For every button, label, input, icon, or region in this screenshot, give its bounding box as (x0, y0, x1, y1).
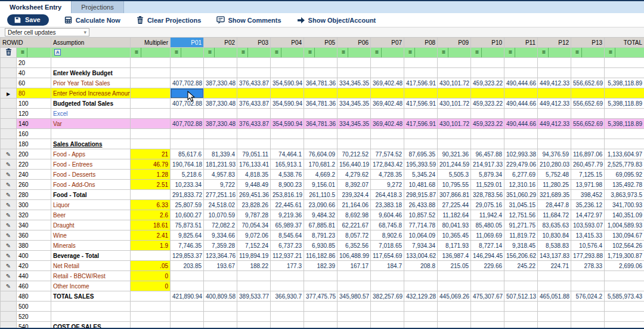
period-cell-p10[interactable] (471, 312, 504, 322)
column-header-p03[interactable]: P03 (237, 38, 271, 48)
total-cell[interactable]: 2,699.06 (605, 261, 644, 271)
period-cell-p10[interactable]: 459,323.22 (471, 119, 504, 129)
period-cell-p11[interactable] (504, 129, 538, 139)
period-cell-p06[interactable] (338, 129, 371, 139)
period-cell-p07[interactable] (371, 312, 404, 322)
period-cell-p01[interactable]: 10,233.34 (171, 180, 204, 190)
period-cell-p12[interactable] (538, 312, 571, 322)
multiplier-cell[interactable]: .05 (131, 261, 171, 271)
period-cell-p07[interactable]: 117,654.69 (371, 251, 404, 261)
period-cell-p03[interactable] (237, 312, 271, 322)
period-cell-p05[interactable]: 261,110.5 (304, 190, 338, 200)
period-cell-p06[interactable]: 8,057.72 (338, 230, 371, 241)
period-cell-p09[interactable] (438, 109, 471, 119)
assumption-cell[interactable]: Other Income (51, 281, 131, 291)
column-header-p01[interactable]: P01 (171, 38, 204, 48)
period-cell-p06[interactable] (338, 312, 371, 322)
period-cell-p01[interactable] (171, 129, 204, 139)
period-cell-p06[interactable]: 106,488.99 (338, 251, 371, 261)
period-cell-p05[interactable]: 9,484.32 (304, 210, 338, 220)
period-cell-p02[interactable]: 10,070.59 (204, 210, 237, 220)
period-cell-p05[interactable] (304, 129, 338, 139)
period-cell-p04[interactable] (271, 312, 304, 322)
equals-operator[interactable]: = (573, 48, 582, 57)
period-cell-p11[interactable] (504, 88, 538, 99)
period-cell-p06[interactable]: 4,279.62 (338, 170, 371, 180)
period-cell-p08[interactable]: 87,695.35 (404, 149, 438, 159)
multiplier-cell[interactable]: 0 (131, 271, 171, 281)
period-cell-p12[interactable]: 94,376.59 (538, 149, 571, 159)
period-cell-p11[interactable]: 507,512.13 (504, 291, 538, 302)
period-cell-p12[interactable] (538, 88, 571, 99)
period-cell-p04[interactable] (271, 281, 304, 291)
period-cell-p11[interactable]: 245.22 (504, 261, 538, 271)
multiplier-cell[interactable] (131, 119, 171, 129)
period-cell-p03[interactable]: 176,133.41 (237, 159, 271, 170)
column-header-p09[interactable]: P09 (438, 38, 471, 48)
period-cell-p10[interactable] (471, 109, 504, 119)
period-cell-p13[interactable]: 35,236.12 (571, 200, 605, 210)
period-cell-p07[interactable] (371, 58, 404, 68)
period-cell-p04[interactable]: 366,930.7 (271, 291, 304, 302)
equals-operator[interactable]: = (273, 48, 281, 57)
period-cell-p06[interactable] (338, 281, 371, 291)
period-cell-p02[interactable]: 387,330.48 (204, 78, 237, 88)
period-cell-p12[interactable] (538, 68, 571, 78)
filter-p01[interactable]: = (171, 48, 204, 58)
period-cell-p02[interactable]: 387,330.48 (204, 119, 237, 129)
total-cell[interactable]: 5,398,118.89 (605, 119, 644, 129)
equals-operator[interactable]: = (506, 48, 515, 57)
period-cell-p13[interactable] (571, 68, 605, 78)
assumption-cell[interactable]: TOTAL SALES (51, 291, 131, 302)
period-cell-p04[interactable]: 4,538.76 (271, 170, 304, 180)
period-cell-p12[interactable]: 143,137.83 (538, 251, 571, 261)
period-cell-p04[interactable] (271, 58, 304, 68)
period-cell-p03[interactable]: 269,451.36 (237, 190, 271, 200)
assumption-cell[interactable] (51, 129, 131, 139)
period-cell-p06[interactable] (338, 58, 371, 68)
assumption-cell[interactable]: Minerals (51, 241, 131, 251)
period-cell-p12[interactable] (538, 271, 571, 281)
period-cell-p06[interactable]: 70,212.52 (338, 149, 371, 159)
assumption-cell[interactable]: Var (51, 119, 131, 129)
period-cell-p11[interactable]: 11,819.72 (504, 230, 538, 241)
edit-row-button[interactable]: ✎ (1, 190, 17, 200)
period-cell-p05[interactable]: 4,669.2 (304, 170, 338, 180)
filter-p05[interactable]: = (304, 48, 338, 58)
period-cell-p12[interactable] (538, 129, 571, 139)
column-header-total[interactable]: TOTAL (605, 38, 644, 48)
period-cell-p09[interactable]: 136,987.4 (438, 251, 471, 261)
period-cell-p04[interactable] (271, 129, 304, 139)
period-cell-p03[interactable]: 376,433.87 (237, 119, 271, 129)
assumption-cell[interactable]: Food - Entrees (51, 159, 131, 170)
period-cell-p08[interactable]: 432,129.28 (404, 291, 438, 302)
period-cell-p02[interactable]: 123,364.76 (204, 251, 237, 261)
period-cell-p08[interactable]: 417,596.91 (404, 119, 438, 129)
period-cell-p06[interactable] (338, 88, 371, 99)
period-cell-p05[interactable]: 9,156.01 (304, 180, 338, 190)
period-cell-p04[interactable]: 65,989.37 (271, 220, 304, 230)
period-cell-p04[interactable]: 6,737.23 (271, 241, 304, 251)
period-cell-p06[interactable]: 21,164.06 (338, 200, 371, 210)
period-cell-p02[interactable]: 387,330.48 (204, 99, 237, 109)
period-cell-p09[interactable]: 215.05 (438, 261, 471, 271)
period-cell-p08[interactable]: 7,934.34 (404, 241, 438, 251)
period-cell-p02[interactable]: 181,231.93 (204, 159, 237, 170)
period-cell-p04[interactable]: 22,445.61 (271, 200, 304, 210)
total-cell[interactable]: 130,094.67 (605, 230, 644, 241)
period-cell-p10[interactable]: 29,075.16 (471, 200, 504, 210)
period-cell-p01[interactable]: 190,764.18 (171, 159, 204, 170)
period-cell-p08[interactable]: 77,714.78 (404, 220, 438, 230)
period-cell-p02[interactable]: 72,082.2 (204, 220, 237, 230)
multiplier-cell[interactable] (131, 129, 171, 139)
period-cell-p05[interactable]: 6,930.85 (304, 241, 338, 251)
period-cell-p10[interactable]: 85,480.05 (471, 220, 504, 230)
period-cell-p08[interactable] (404, 271, 438, 281)
column-header-p13[interactable]: P13 (571, 38, 605, 48)
filter-p07[interactable]: = (371, 48, 404, 58)
period-cell-p02[interactable] (204, 271, 237, 281)
period-cell-p05[interactable]: 23,090.66 (304, 200, 338, 210)
period-cell-p11[interactable] (504, 58, 538, 68)
period-cell-p04[interactable]: 74,464.1 (271, 149, 304, 159)
period-cell-p04[interactable]: 354,590.94 (271, 119, 304, 129)
